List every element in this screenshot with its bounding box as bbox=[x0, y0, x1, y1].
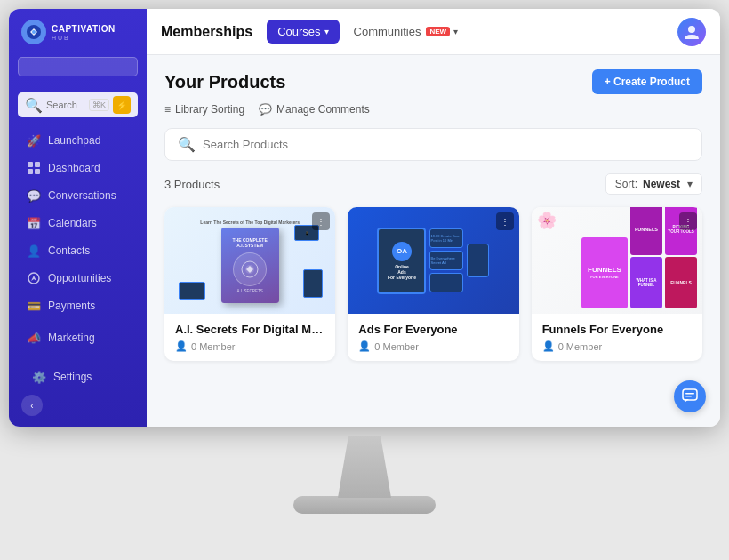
sidebar-item-conversations[interactable]: 💬 Conversations bbox=[14, 182, 141, 209]
library-sorting-link[interactable]: ≡ Library Sorting bbox=[164, 103, 244, 116]
manage-comments-icon: 💬 bbox=[259, 103, 272, 116]
chat-fab-button[interactable] bbox=[674, 380, 706, 412]
sidebar-item-contacts[interactable]: 👤 Contacts bbox=[14, 237, 141, 264]
top-bar: Memberships Courses ▾ Communities NEW ▾ bbox=[147, 9, 720, 55]
workspace-select[interactable] bbox=[18, 57, 138, 76]
search-products-bar: 🔍 bbox=[164, 128, 702, 161]
monitor-stand bbox=[284, 436, 445, 542]
launchpad-icon: 🚀 bbox=[27, 133, 41, 148]
top-bar-title: Memberships bbox=[161, 24, 252, 40]
tab-courses-label: Courses bbox=[277, 25, 320, 38]
page-content: Your Products + Create Product ≡ Library… bbox=[147, 55, 720, 427]
sidebar-label-contacts: Contacts bbox=[48, 244, 90, 257]
sidebar-item-calendars[interactable]: 📅 Calendars bbox=[14, 210, 141, 236]
marketing-icon: 📣 bbox=[27, 331, 41, 345]
svg-rect-3 bbox=[35, 162, 40, 167]
member-icon-funnels: 👤 bbox=[542, 340, 555, 352]
logo-icon bbox=[21, 20, 46, 44]
product-card-funnels[interactable]: 🌸 FUNNELS FOR EVERYONE F bbox=[532, 207, 702, 361]
svg-rect-2 bbox=[28, 162, 33, 167]
tab-courses[interactable]: Courses ▾ bbox=[267, 20, 339, 44]
page-header: Your Products + Create Product bbox=[164, 69, 702, 94]
ads-devices-container: OA OnlineAdsFor Everyone 19:00 Create Yo… bbox=[370, 220, 496, 301]
funnel-main-book: FUNNELS FOR EVERYONE bbox=[581, 237, 628, 308]
tab-communities[interactable]: Communities NEW ▾ bbox=[343, 20, 469, 44]
sidebar-search-wrapper: 🔍 ⌘K ⚡ bbox=[9, 82, 147, 123]
app-logo: CAPTIVATION HUB bbox=[9, 9, 147, 52]
sort-value: Newest bbox=[643, 178, 680, 190]
library-sorting-icon: ≡ bbox=[164, 103, 171, 116]
product-menu-ads[interactable]: ⋮ bbox=[496, 212, 514, 230]
search-input[interactable] bbox=[46, 100, 85, 110]
sidebar-label-conversations: Conversations bbox=[48, 189, 116, 202]
sidebar-nav: 🚀 Launchpad Dashboard 💬 bbox=[9, 123, 147, 356]
contacts-icon: 👤 bbox=[27, 244, 41, 258]
product-members-ads: 👤 0 Member bbox=[358, 340, 508, 352]
create-product-label: + Create Product bbox=[605, 76, 690, 88]
user-avatar[interactable] bbox=[677, 18, 706, 46]
funnel-book-what: FUNNELS bbox=[630, 207, 662, 255]
sidebar-search-bar: 🔍 ⌘K ⚡ bbox=[18, 92, 138, 117]
products-meta: 3 Products Sort: Newest ▾ bbox=[164, 173, 702, 195]
sidebar-label-calendars: Calendars bbox=[48, 217, 97, 229]
ads-small-device-1: 19:00 Create Your Post in 10 Min bbox=[429, 228, 463, 248]
sidebar-item-marketing[interactable]: 📣 Marketing bbox=[14, 324, 141, 351]
create-product-button[interactable]: + Create Product bbox=[592, 69, 702, 94]
sidebar-item-payments[interactable]: 💳 Payments bbox=[14, 292, 141, 319]
product-card-ai-secrets[interactable]: Learn The Secrets of The Top Digital Mar… bbox=[164, 207, 335, 361]
ai-book-cover: THE COMPLETEA.I. SYSTEM bbox=[221, 228, 279, 303]
search-products-input[interactable] bbox=[203, 138, 689, 151]
product-members-funnels: 👤 0 Member bbox=[542, 340, 692, 352]
sort-dropdown[interactable]: Sort: Newest ▾ bbox=[605, 173, 702, 195]
stand-neck bbox=[338, 436, 391, 498]
manage-comments-label: Manage Comments bbox=[276, 103, 370, 116]
svg-point-7 bbox=[688, 26, 695, 33]
svg-rect-12 bbox=[685, 396, 692, 397]
settings-icon: ⚙️ bbox=[32, 370, 46, 384]
svg-rect-10 bbox=[683, 389, 697, 400]
product-name-ai: A.I. Secrets For Digital Mar... bbox=[175, 323, 324, 336]
search-shortcut: ⌘K bbox=[89, 99, 109, 111]
sidebar-label-launchpad: Launchpad bbox=[48, 134, 100, 147]
sidebar-select-container bbox=[9, 52, 147, 82]
sidebar-item-dashboard[interactable]: Dashboard bbox=[14, 155, 141, 181]
opportunities-icon bbox=[27, 271, 41, 285]
products-grid: Learn The Secrets of The Top Digital Mar… bbox=[164, 207, 702, 361]
search-icon: 🔍 bbox=[25, 97, 43, 114]
product-info-funnels: Funnels For Everyone 👤 0 Member bbox=[532, 314, 702, 361]
tab-communities-chevron: ▾ bbox=[453, 27, 458, 36]
app-name: CAPTIVATION bbox=[52, 24, 116, 35]
search-products-icon: 🔍 bbox=[178, 136, 196, 153]
member-icon-ai: 👤 bbox=[175, 340, 188, 352]
sidebar-label-dashboard: Dashboard bbox=[48, 162, 100, 174]
ads-small-device-2: Be Everywhere Secret Ad bbox=[429, 251, 463, 270]
member-count-ads: 0 Member bbox=[374, 341, 419, 352]
product-menu-ai[interactable]: ⋮ bbox=[312, 212, 330, 230]
payments-icon: 💳 bbox=[27, 299, 41, 313]
sidebar-item-settings[interactable]: ⚙️ Settings bbox=[20, 364, 136, 390]
sort-chevron-icon: ▾ bbox=[687, 178, 693, 190]
tab-communities-label: Communities bbox=[354, 25, 421, 38]
product-name-ads: Ads For Everyone bbox=[358, 323, 508, 336]
member-count-ai: 0 Member bbox=[191, 341, 236, 352]
collapse-sidebar-button[interactable]: ‹ bbox=[21, 395, 43, 416]
member-icon-ads: 👤 bbox=[358, 340, 371, 352]
lightning-button[interactable]: ⚡ bbox=[113, 96, 131, 114]
ads-small-device-3 bbox=[429, 273, 463, 292]
product-menu-funnels[interactable]: ⋮ bbox=[679, 212, 697, 230]
product-card-ads[interactable]: OA OnlineAdsFor Everyone 19:00 Create Yo… bbox=[348, 207, 518, 361]
product-thumb-ai: Learn The Secrets of The Top Digital Mar… bbox=[164, 207, 335, 314]
product-thumb-ads: OA OnlineAdsFor Everyone 19:00 Create Yo… bbox=[348, 207, 518, 314]
manage-comments-link[interactable]: 💬 Manage Comments bbox=[259, 103, 370, 116]
sidebar: CAPTIVATION HUB 🔍 ⌘K ⚡ 🚀 bbox=[9, 9, 147, 427]
sidebar-item-launchpad[interactable]: 🚀 Launchpad bbox=[14, 127, 141, 154]
funnel-book-extra: FUNNELS bbox=[665, 257, 697, 308]
calendars-icon: 📅 bbox=[27, 216, 41, 230]
product-name-funnels: Funnels For Everyone bbox=[542, 323, 692, 336]
page-actions: ≡ Library Sorting 💬 Manage Comments bbox=[164, 103, 702, 116]
sidebar-item-opportunities[interactable]: Opportunities bbox=[14, 265, 141, 292]
ads-logo: OA bbox=[392, 242, 412, 261]
products-count: 3 Products bbox=[164, 178, 220, 191]
sidebar-label-payments: Payments bbox=[48, 300, 95, 312]
main-content: Memberships Courses ▾ Communities NEW ▾ bbox=[147, 9, 720, 427]
